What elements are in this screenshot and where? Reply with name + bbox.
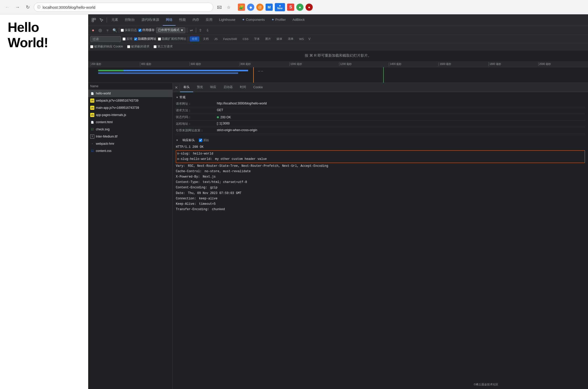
file-name-2: main-app.js?v=1699516743739 bbox=[96, 106, 139, 110]
clear-button[interactable]: ◎ bbox=[97, 27, 103, 33]
timeline-bar-blue2 bbox=[98, 72, 238, 74]
devtools-tab-elements[interactable]: 元素 bbox=[108, 14, 121, 26]
filter-ws[interactable]: WS bbox=[297, 36, 306, 42]
filter-icon[interactable]: ▿ bbox=[105, 27, 110, 33]
wifi-icon[interactable]: ⇌ bbox=[189, 27, 194, 33]
detail-tab-initiator[interactable]: 启动器 bbox=[220, 83, 236, 92]
request-url-value: http://localhost:3000/blog/hello-world bbox=[217, 102, 585, 106]
header-row-referrer: 引荐来源网址政策： strict-origin-when-cross-origi… bbox=[176, 127, 585, 134]
tab-separator bbox=[107, 17, 107, 23]
file-item-hmr[interactable]: ⋅ webpack-hmr bbox=[88, 140, 173, 147]
ext-s-icon[interactable]: S bbox=[287, 4, 294, 11]
header-row-url: 请求网址： http://localhost:3000/blog/hello-w… bbox=[176, 101, 585, 107]
hide-extension-urls-checkbox[interactable]: 隐藏扩展程序网址 bbox=[158, 37, 186, 41]
detail-tab-response[interactable]: 响应 bbox=[207, 83, 220, 92]
timeline-graph: -- -- bbox=[88, 67, 588, 83]
preserve-log-checkbox[interactable]: 保留日志 bbox=[121, 28, 137, 32]
filter-js[interactable]: JS bbox=[212, 36, 220, 42]
file-item-content-css[interactable]: ☑ content.css bbox=[88, 147, 173, 154]
status-code-label: 状态代码： bbox=[176, 115, 217, 119]
file-icon-generic: ⋅ bbox=[90, 142, 94, 146]
filter-manifest[interactable]: 清单 bbox=[286, 36, 296, 42]
ext-at-icon[interactable]: @ bbox=[256, 4, 263, 11]
blocked-options-bar: 被屏蔽的响应 Cookie 被屏蔽的请求 第三方请求 bbox=[88, 43, 588, 50]
devtools-element-picker-icon[interactable] bbox=[98, 16, 105, 24]
original-checkbox[interactable]: 原始 bbox=[199, 138, 209, 142]
file-item-app-pages[interactable]: JS app-pages-internals.js bbox=[88, 111, 173, 119]
devtools-tab-lighthouse[interactable]: Lighthouse bbox=[216, 14, 239, 26]
tick-1600: 1600 毫秒 bbox=[439, 62, 488, 66]
filter-separator bbox=[188, 37, 188, 41]
import-icon[interactable]: ⇧ bbox=[198, 27, 203, 33]
detail-tab-timing[interactable]: 时间 bbox=[236, 83, 250, 92]
filter-font[interactable]: 字体 bbox=[252, 36, 262, 42]
timeline-ruler: 200 毫秒 400 毫秒 600 毫秒 800 毫秒 1000 毫秒 1200… bbox=[88, 61, 588, 67]
address-bar[interactable]: ⓘ localhost:3000/blog/hello-world bbox=[34, 3, 213, 12]
file-item-hello-world[interactable]: 📄 hello-world bbox=[88, 90, 173, 97]
ext-blue-icon[interactable]: ◆ bbox=[247, 4, 254, 11]
http-status-line: HTTP/1.1 200 OK bbox=[176, 144, 585, 150]
file-item-main-app[interactable]: JS main-app.js?v=1699516743739 bbox=[88, 104, 173, 111]
filter-media[interactable]: 媒体 bbox=[275, 36, 284, 42]
devtools-tab-adblock[interactable]: AdBlock bbox=[289, 14, 308, 26]
bookmark-button[interactable]: ☆ bbox=[225, 3, 233, 11]
devtools-tab-components[interactable]: ✦Components bbox=[239, 14, 268, 26]
general-section-title[interactable]: 常规 bbox=[176, 94, 585, 101]
translate-button[interactable]: 🖂 bbox=[215, 3, 224, 11]
file-name-0: hello-world bbox=[96, 92, 111, 95]
filter-bar: 反转 隐藏数据网址 隐藏扩展程序网址 全部 文档 JS Fetch/XHR CS… bbox=[88, 35, 588, 43]
detail-tab-preview[interactable]: 预览 bbox=[193, 83, 207, 92]
forward-button[interactable]: → bbox=[13, 3, 22, 11]
filter-css[interactable]: CSS bbox=[241, 36, 251, 42]
timeline-dash-text: -- -- bbox=[258, 69, 263, 73]
file-icon-html: 📄 bbox=[90, 91, 94, 95]
filter-doc[interactable]: 文档 bbox=[201, 36, 211, 42]
devtools-tab-profiler[interactable]: ✦Profiler bbox=[268, 14, 289, 26]
search-icon[interactable]: 🔍 bbox=[112, 27, 117, 33]
file-item-check-svg[interactable]: ☑ check.svg bbox=[88, 126, 173, 133]
watermark: ©稀土掘金技术社区 bbox=[474, 383, 498, 386]
third-party-checkbox[interactable]: 第三方请求 bbox=[154, 44, 173, 49]
record-button[interactable]: ● bbox=[90, 27, 96, 33]
devtools-tab-sources[interactable]: 源代码/来源 bbox=[138, 14, 162, 26]
devtools-tab-performance[interactable]: 性能 bbox=[176, 14, 189, 26]
blocked-cookie-checkbox[interactable]: 被屏蔽的响应 Cookie bbox=[90, 44, 123, 49]
export-icon[interactable]: ⇩ bbox=[205, 27, 210, 33]
file-item-webpack[interactable]: JS webpack.js?v=1699516743739 bbox=[88, 97, 173, 104]
file-icon-css: ☑ bbox=[90, 149, 94, 153]
back-button[interactable]: ← bbox=[3, 3, 11, 11]
detail-tab-headers[interactable]: 标头 bbox=[180, 83, 193, 92]
remote-addr-value: [::1]:3000 bbox=[217, 122, 585, 126]
invert-checkbox[interactable]: 反转 bbox=[123, 37, 133, 41]
ext-m-icon[interactable]: M bbox=[266, 4, 273, 11]
devtools-inspect-icon[interactable] bbox=[90, 16, 97, 24]
ext-puzzle-icon[interactable]: 🧩 bbox=[238, 4, 245, 11]
header-line-5: Content-Type: text/html; charset=utf-8 bbox=[176, 180, 585, 185]
ext-new-button[interactable]: ◆ New bbox=[275, 3, 285, 11]
reload-button[interactable]: ↻ bbox=[24, 3, 32, 11]
response-headers-title[interactable]: 响应标头 原始 bbox=[176, 137, 585, 143]
devtools-tab-network[interactable]: 网络 bbox=[163, 14, 176, 26]
devtools-tab-memory[interactable]: 内存 bbox=[189, 14, 202, 26]
tick-1400: 1400 毫秒 bbox=[389, 62, 439, 66]
file-name-6: Inter-Medium.ttf bbox=[96, 135, 117, 138]
filter-input[interactable] bbox=[90, 36, 121, 42]
devtools-tab-application[interactable]: 应用 bbox=[203, 14, 216, 26]
detail-tab-cookies[interactable]: Cookie bbox=[250, 83, 266, 92]
disable-cache-checkbox[interactable]: 停用缓存 bbox=[138, 28, 155, 32]
ext-dark-icon[interactable]: ● bbox=[306, 4, 313, 11]
request-url-label: 请求网址： bbox=[176, 102, 217, 106]
file-item-content-html[interactable]: 📄 content.html bbox=[88, 119, 173, 126]
filter-img[interactable]: 图片 bbox=[263, 36, 273, 42]
file-item-font[interactable]: T Inter-Medium.ttf bbox=[88, 133, 173, 140]
detail-close-button[interactable]: ✕ bbox=[173, 84, 180, 91]
ext-green-icon[interactable]: ● bbox=[296, 4, 303, 11]
devtools-tab-console[interactable]: 控制台 bbox=[122, 14, 138, 26]
hide-data-urls-checkbox[interactable]: 隐藏数据网址 bbox=[134, 37, 156, 41]
filter-all[interactable]: 全部 bbox=[190, 36, 199, 42]
throttle-dropdown[interactable]: 已停用节流模式 ▼ bbox=[156, 27, 185, 33]
timeline-area: 按 ⌘ R 即可重新加载和截取幻灯片影片。 200 毫秒 400 毫秒 600 … bbox=[88, 50, 588, 83]
filter-xhr[interactable]: Fetch/XHR bbox=[221, 36, 239, 42]
blocked-requests-checkbox[interactable]: 被屏蔽的请求 bbox=[127, 44, 149, 49]
toolbar-separator-2 bbox=[187, 28, 187, 33]
